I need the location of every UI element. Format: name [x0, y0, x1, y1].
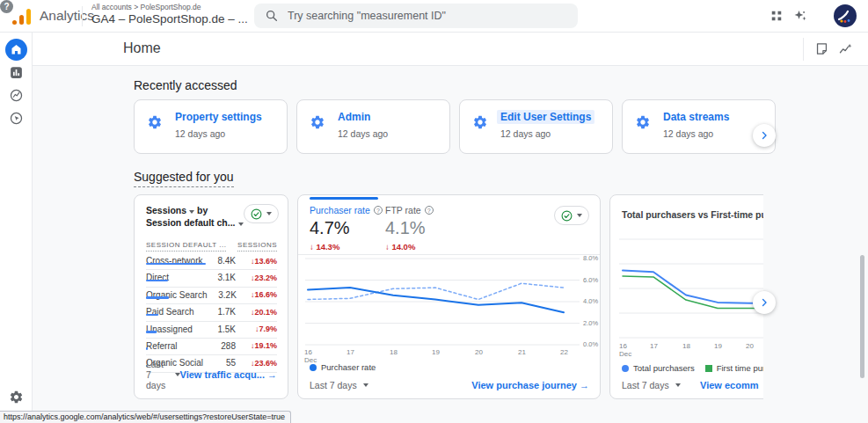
dimension-selector[interactable]: Session default ch...: [146, 217, 236, 228]
x-tick-label: 22: [560, 348, 568, 356]
channel-name: Referral: [146, 341, 178, 351]
legend-item: Total purchasers: [622, 363, 695, 373]
y-tick-label: 6.0%: [583, 276, 598, 284]
gear-icon: [635, 114, 651, 130]
recent-shortcut-card[interactable]: Edit User Settings 12 days ago: [459, 99, 613, 154]
product-name: Analytics: [40, 8, 94, 24]
sessions-change: ↓7.9%: [236, 322, 277, 334]
legend-item: First time purchasers: [705, 363, 763, 373]
date-range-selector[interactable]: Last 7 days: [622, 380, 681, 390]
left-nav-sidebar: [0, 33, 33, 423]
sidebar-item-home[interactable]: [5, 39, 27, 61]
chevron-right-icon: [758, 129, 770, 142]
recent-card-time: 12 days ago: [663, 128, 713, 139]
header-divider: [82, 6, 83, 26]
sessions-value: 1.5K: [206, 322, 236, 334]
table-row: Organic Search 3.2K ↓16.6%: [146, 288, 277, 304]
recent-card-label[interactable]: Property settings: [175, 111, 262, 123]
sessions-change: ↓23.2%: [236, 270, 277, 282]
gear-icon: [472, 114, 488, 130]
sessions-by-channel-card: Sessions by Session default ch... SESSIO…: [134, 194, 288, 399]
channel-bar: [146, 296, 169, 299]
chevron-down-icon: [675, 383, 681, 387]
recent-card-time: 12 days ago: [338, 128, 388, 139]
chevron-down-icon: [238, 222, 244, 226]
suggested-carousel-next-button[interactable]: [753, 291, 776, 314]
x-tick-label: 18: [682, 342, 690, 350]
total-vs-first-time-purchasers-card: Total purchasers vs First-time purchaser…: [609, 194, 763, 399]
y-tick-label: 2.0%: [583, 319, 598, 327]
x-tick-label: 19: [714, 342, 722, 350]
main-area: Home Recently accessed Property settings…: [33, 33, 868, 423]
sessions-value: 8.4K: [206, 253, 236, 266]
legend-swatch: [310, 364, 317, 371]
sessions-change: ↓19.1%: [236, 339, 277, 351]
purchasers-card-clip: Total purchasers vs First-time purchaser…: [609, 194, 763, 399]
gear-icon: [147, 114, 163, 130]
chevron-down-icon: [266, 212, 272, 215]
sessions-value: 3.1K: [206, 270, 236, 282]
recently-accessed-heading: Recently accessed: [134, 78, 237, 92]
chart-legend: Purchaser rate: [310, 362, 376, 372]
gear-icon: [310, 114, 325, 130]
y-tick-label: 8.0%: [583, 254, 598, 262]
sidebar-item-reports[interactable]: [9, 65, 24, 80]
sessions-change: ↓13.6%: [236, 253, 277, 266]
sidebar-item-advertising[interactable]: [9, 111, 24, 126]
view-purchase-journey-link[interactable]: View purchase journey →: [471, 380, 589, 390]
vertical-scrollbar[interactable]: [860, 255, 864, 378]
ai-sparkle-icon[interactable]: [792, 8, 808, 24]
table-row: Direct 3.1K ↓23.2%: [146, 270, 277, 287]
avatar[interactable]: [834, 4, 857, 27]
table-row: Unassigned 1.5K ↓7.9%: [146, 322, 277, 339]
legend-swatch: [622, 365, 629, 372]
feedback-note-icon[interactable]: [814, 41, 829, 56]
column-header-sessions[interactable]: SESSIONS: [237, 241, 277, 252]
sessions-table: Cross-network 8.4K ↓13.6% Direct 3.1K ↓2…: [146, 253, 277, 373]
property-selector-label: GA4 – PoleSportShop.de – ...: [91, 12, 248, 26]
x-tick-label: 20: [475, 348, 483, 356]
x-tick-label: 17: [346, 348, 354, 356]
column-header-channel[interactable]: SESSION DEFAULT ...: [146, 241, 226, 252]
date-range-selector[interactable]: Last 7 days: [146, 359, 180, 390]
search-icon: [265, 9, 279, 23]
analytics-logo-icon[interactable]: [11, 5, 33, 26]
legend-swatch: [705, 365, 712, 372]
sessions-card-title[interactable]: Sessions by Session default ch...: [146, 204, 244, 229]
search-input[interactable]: [288, 10, 551, 22]
home-content: Recently accessed Property settings 12 d…: [33, 66, 868, 423]
y-tick-label: 0.0%: [583, 340, 598, 348]
recent-card-label[interactable]: Edit User Settings: [497, 110, 594, 124]
recent-shortcut-card[interactable]: Property settings 12 days ago: [134, 99, 288, 154]
x-tick-label: 18: [390, 348, 398, 356]
x-tick-label: 16: [304, 348, 312, 356]
purchaser-rate-card: Purchaser rate 4.7% ↓ 14.3% FTP rate 4.1…: [297, 194, 601, 399]
recent-card-label[interactable]: Data streams: [663, 111, 729, 123]
sessions-value: 3.2K: [207, 288, 236, 300]
chevron-down-icon: [363, 383, 368, 387]
recent-card-label[interactable]: Admin: [338, 111, 370, 123]
date-range-selector[interactable]: Last 7 days: [310, 380, 368, 390]
apps-grid-icon[interactable]: [769, 8, 784, 24]
recent-carousel-next-button[interactable]: [753, 124, 776, 147]
x-tick-label: 19: [432, 348, 440, 356]
recent-shortcut-card[interactable]: Admin 12 days ago: [296, 99, 450, 154]
sessions-value: 1.7K: [206, 304, 236, 317]
account-property-selector[interactable]: All accounts > PoleSportShop.de GA4 – Po…: [91, 3, 260, 26]
metric-selector[interactable]: Sessions: [146, 205, 186, 215]
sessions-change: ↓16.6%: [237, 288, 277, 300]
chevron-right-icon: [758, 296, 770, 309]
chevron-down-icon: [189, 210, 194, 214]
sidebar-item-admin-gear-icon[interactable]: [9, 390, 24, 405]
x-tick-label: 17: [650, 342, 658, 350]
view-ecommerce-link[interactable]: View ecomm: [700, 380, 758, 390]
sidebar-item-explore[interactable]: [9, 88, 24, 103]
recent-card-time: 12 days ago: [500, 128, 551, 139]
check-circle-icon: [251, 208, 262, 220]
recent-shortcut-card[interactable]: Data streams 12 days ago: [622, 99, 776, 154]
card-status-dropdown[interactable]: [244, 204, 279, 223]
insights-icon[interactable]: [838, 41, 853, 56]
search-bar[interactable]: [254, 4, 578, 28]
view-traffic-acquisition-link[interactable]: View traffic acqu... →: [180, 369, 277, 380]
page-header-bar: Home: [33, 33, 868, 66]
